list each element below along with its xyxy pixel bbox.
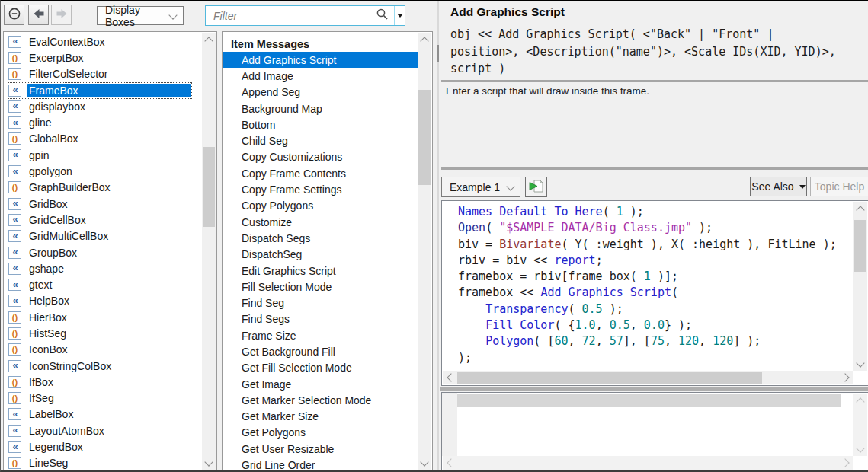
display-box-item[interactable]: «GridBox (4, 196, 202, 212)
item-message-row[interactable]: Get Marker Selection Mode (223, 392, 418, 408)
scroll-up-icon[interactable] (853, 394, 867, 407)
item-message-row[interactable]: Get Image (223, 376, 418, 392)
vertical-splitter[interactable] (437, 1, 439, 472)
item-message-row[interactable]: Copy Customizations (223, 149, 418, 165)
scroll-up-icon[interactable] (202, 33, 216, 46)
scroll-down-icon[interactable] (202, 457, 216, 470)
display-box-item[interactable]: «LegendBox (4, 439, 202, 454)
item-message-row[interactable]: Copy Frame Contents (223, 165, 418, 181)
scrollbar-thumb[interactable] (203, 147, 215, 227)
output-log-panel[interactable] (441, 392, 868, 471)
display-box-item[interactable]: «gline (4, 114, 202, 130)
code-vertical-scrollbar[interactable] (853, 202, 867, 371)
item-message-row[interactable]: Edit Graphics Script (223, 263, 418, 279)
item-message-row[interactable]: Get Background Fill (223, 343, 418, 359)
scroll-down-icon[interactable] (853, 443, 867, 456)
scrollbar-thumb[interactable] (457, 372, 762, 384)
item-message-row[interactable]: Add Graphics Script (223, 52, 418, 68)
scroll-right-icon[interactable] (840, 456, 853, 470)
back-button[interactable] (28, 5, 49, 25)
display-box-item[interactable]: «EvalContextBox (4, 33, 202, 49)
item-message-row[interactable]: Append Seg (223, 85, 418, 100)
double-chevron-icon: « (8, 295, 21, 307)
item-messages-list: Add Graphics ScriptAdd ImageAppend SegBa… (223, 52, 418, 470)
item-message-row[interactable]: Dispatch Segs (223, 230, 418, 246)
display-box-item[interactable]: ()IfBox (4, 374, 202, 390)
display-boxes-panel: «EvalContextBox()ExcerptBox()FilterColSe… (3, 31, 217, 471)
display-box-item[interactable]: ()IfSeg (4, 391, 202, 407)
item-message-row[interactable]: Find Seg (223, 295, 418, 311)
display-box-item[interactable]: «LayoutAtomBox (4, 423, 202, 439)
scroll-down-icon[interactable] (853, 358, 867, 371)
display-box-item[interactable]: ()ExcerptBox (4, 49, 202, 65)
category-dropdown[interactable]: Display Boxes (97, 6, 184, 25)
display-box-item[interactable]: ()HistSeg (4, 325, 202, 341)
item-message-row[interactable]: Child Seg (223, 132, 418, 148)
display-box-item[interactable]: «gpin (4, 147, 202, 163)
display-box-item[interactable]: «LabelBox (4, 407, 202, 423)
double-chevron-icon: « (8, 165, 21, 177)
scrollbar-thumb[interactable] (418, 90, 431, 185)
item-message-row[interactable]: Get Polygons (223, 425, 418, 441)
display-boxes-scrollbar[interactable] (202, 33, 216, 470)
display-box-item[interactable]: ()FilterColSelector (4, 66, 202, 82)
scroll-up-icon[interactable] (418, 33, 431, 46)
display-box-item[interactable]: «gpolygon (4, 163, 202, 179)
item-message-row[interactable]: DispatchSeg (223, 247, 418, 263)
display-box-item[interactable]: «GroupBox (4, 244, 202, 260)
scroll-left-icon[interactable] (443, 456, 456, 470)
log-vertical-scrollbar[interactable] (853, 394, 867, 456)
item-messages-scrollbar[interactable] (418, 33, 431, 470)
scrollbar-thumb[interactable] (854, 220, 866, 272)
see-also-button[interactable]: See Also (750, 177, 807, 196)
item-message-row[interactable]: Find Segs (223, 311, 418, 327)
display-box-item[interactable]: «FrameBox (4, 82, 202, 98)
item-message-row[interactable]: Frame Size (223, 327, 418, 343)
display-box-item[interactable]: ()LineSeg (4, 455, 202, 470)
display-box-item[interactable]: ()IconBox (4, 342, 202, 358)
circle-minus-button[interactable] (4, 5, 24, 25)
item-message-row[interactable]: Background Map (223, 100, 418, 116)
display-box-label: HistSeg (27, 327, 191, 340)
item-message-row[interactable]: Fill Selection Mode (223, 279, 418, 295)
display-box-item[interactable]: «HelpBox (4, 293, 202, 309)
item-message-row[interactable]: Get User Resizable (223, 441, 418, 457)
scroll-right-icon[interactable] (840, 371, 853, 384)
display-box-item[interactable]: ()GlobalBox (4, 131, 202, 147)
scroll-down-icon[interactable] (418, 457, 431, 470)
splitter-handle[interactable] (437, 45, 439, 62)
display-box-item[interactable]: «GridCellBox (4, 212, 202, 228)
display-box-item[interactable]: «gdisplaybox (4, 98, 202, 114)
scroll-left-icon[interactable] (443, 371, 456, 384)
display-box-item[interactable]: ()HierBox (4, 309, 202, 325)
divider (441, 80, 868, 82)
item-message-row[interactable]: Copy Polygons (223, 198, 418, 214)
item-message-row[interactable]: Copy Frame Settings (223, 181, 418, 197)
filter-dropdown-button[interactable] (394, 6, 405, 25)
display-box-item[interactable]: «IconStringColBox (4, 358, 202, 374)
display-box-label: IfSeg (27, 391, 191, 405)
log-horizontal-scrollbar[interactable] (443, 456, 853, 470)
item-message-row[interactable]: Customize (223, 214, 418, 230)
run-example-button[interactable] (525, 177, 547, 197)
parentheses-icon: () (8, 132, 21, 145)
display-box-item[interactable]: ()GraphBuilderBox (4, 180, 202, 196)
filter-field[interactable]: Filter (205, 5, 405, 26)
display-box-item[interactable]: «gtext (4, 276, 202, 292)
code-content[interactable]: Names Default To Here( 1 );Open( "$SAMPL… (442, 201, 853, 371)
code-horizontal-scrollbar[interactable] (443, 371, 853, 384)
display-box-item[interactable]: «gshape (4, 260, 202, 276)
item-message-row[interactable]: Get Fill Selection Mode (223, 360, 418, 376)
horizontal-splitter[interactable] (440, 387, 868, 391)
example-dropdown[interactable]: Example 1 (441, 177, 520, 197)
code-line: Names Default To Here( 1 ); (458, 204, 853, 220)
item-message-row[interactable]: Bottom (223, 116, 418, 132)
topic-help-button[interactable]: Topic Help (810, 177, 868, 196)
item-message-row[interactable]: Grid Line Order (223, 457, 418, 470)
item-message-row[interactable]: Get Marker Size (223, 409, 418, 425)
example-code-editor[interactable]: Names Default To Here( 1 );Open( "$SAMPL… (441, 200, 868, 386)
display-box-item[interactable]: «GridMultiCellBox (4, 228, 202, 244)
scroll-up-icon[interactable] (853, 202, 867, 215)
item-message-row[interactable]: Add Image (223, 68, 418, 84)
forward-button[interactable] (51, 5, 72, 25)
